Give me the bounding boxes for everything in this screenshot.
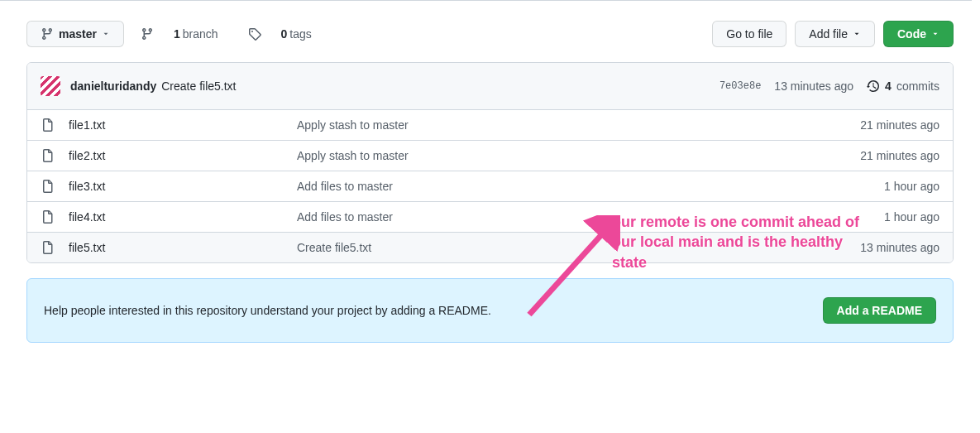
commits-count-link[interactable]: 4 commits — [867, 79, 939, 93]
file-icon — [41, 241, 54, 254]
commit-hash-link[interactable]: 7e03e8e — [719, 80, 761, 92]
branch-icon — [41, 27, 54, 41]
code-button[interactable]: Code — [883, 21, 954, 47]
caret-down-icon — [931, 30, 939, 38]
file-row: file3.txtAdd files to master1 hour ago — [27, 171, 953, 201]
file-name-link[interactable]: file4.txt — [69, 210, 105, 224]
caret-down-icon — [102, 30, 110, 38]
file-row: file1.txtApply stash to master21 minutes… — [27, 110, 953, 140]
file-time: 13 minutes ago — [860, 241, 939, 254]
go-to-file-button[interactable]: Go to file — [712, 21, 786, 47]
commit-author-link[interactable]: danielturidandy — [70, 79, 156, 93]
branch-select-button[interactable]: master — [26, 21, 124, 47]
commit-message-link[interactable]: Create file5.txt — [297, 241, 371, 254]
file-name-link[interactable]: file5.txt — [69, 241, 105, 254]
history-icon — [867, 79, 880, 93]
file-time: 1 hour ago — [884, 180, 939, 193]
file-time: 1 hour ago — [884, 210, 939, 224]
tag-icon — [248, 27, 261, 41]
commit-message-link[interactable]: Add files to master — [297, 180, 393, 193]
file-name-link[interactable]: file2.txt — [69, 149, 105, 162]
add-readme-button[interactable]: Add a README — [823, 297, 936, 324]
commit-message-link[interactable]: Apply stash to master — [297, 149, 409, 162]
latest-commit-header: danielturidandy Create file5.txt 7e03e8e… — [27, 63, 953, 110]
readme-prompt: Help people interested in this repositor… — [26, 278, 954, 343]
file-row: file5.txtCreate file5.txt13 minutes ago — [27, 232, 953, 262]
file-icon — [41, 149, 54, 162]
commit-message-link[interactable]: Add files to master — [297, 210, 393, 224]
branch-stats: 1 branch 0 tags — [141, 27, 342, 41]
branch-icon — [141, 27, 154, 41]
readme-prompt-text: Help people interested in this repositor… — [44, 304, 491, 317]
add-file-button[interactable]: Add file — [795, 21, 875, 47]
tag-count-link[interactable]: 0 tags — [248, 27, 327, 41]
file-row: file2.txtApply stash to master21 minutes… — [27, 140, 953, 171]
branch-name: master — [59, 27, 97, 41]
file-name-link[interactable]: file3.txt — [69, 180, 105, 193]
file-list-box: danielturidandy Create file5.txt 7e03e8e… — [26, 62, 954, 263]
file-icon — [41, 180, 54, 193]
file-row: file4.txtAdd files to master1 hour ago — [27, 201, 953, 232]
avatar[interactable] — [41, 76, 60, 96]
file-name-link[interactable]: file1.txt — [69, 118, 105, 132]
caret-down-icon — [853, 30, 861, 38]
commit-message-link[interactable]: Create file5.txt — [161, 79, 236, 93]
commit-time: 13 minutes ago — [774, 79, 853, 93]
branch-count-link[interactable]: 1 branch — [141, 27, 233, 41]
commit-message-link[interactable]: Apply stash to master — [297, 118, 409, 132]
file-time: 21 minutes ago — [860, 118, 939, 132]
file-icon — [41, 210, 54, 224]
sidebar-cutoff — [972, 0, 980, 433]
file-icon — [41, 118, 54, 132]
repo-toolbar: master 1 branch 0 tags — [26, 21, 954, 47]
file-time: 21 minutes ago — [860, 149, 939, 162]
